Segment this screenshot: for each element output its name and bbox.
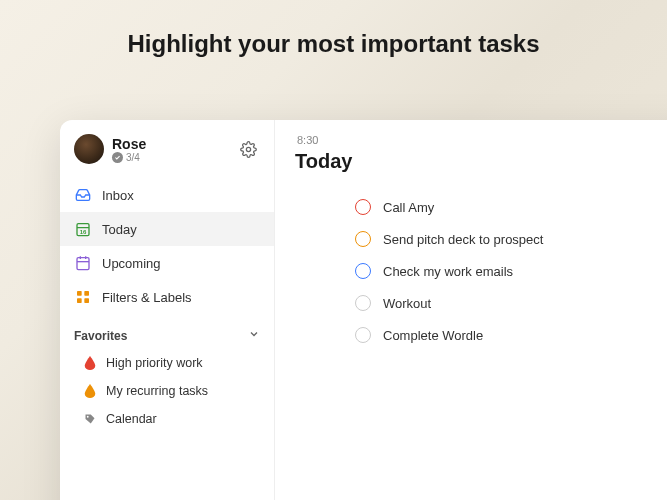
task-label: Send pitch deck to prospect	[383, 232, 543, 247]
drop-icon	[84, 384, 96, 398]
today-icon: 16	[74, 220, 92, 238]
nav-inbox-label: Inbox	[102, 188, 134, 203]
nav-today-label: Today	[102, 222, 137, 237]
favorites-list: High priority work My recurring tasks Ca…	[60, 349, 274, 433]
task-item[interactable]: Send pitch deck to prospect	[355, 223, 667, 255]
svg-rect-4	[77, 258, 89, 270]
svg-text:16: 16	[80, 229, 87, 235]
task-checkbox[interactable]	[355, 231, 371, 247]
favorite-label: High priority work	[106, 356, 203, 370]
user-stats: 3/4	[112, 152, 146, 163]
task-checkbox[interactable]	[355, 263, 371, 279]
settings-button[interactable]	[236, 137, 260, 161]
task-checkbox[interactable]	[355, 327, 371, 343]
svg-rect-10	[77, 298, 82, 303]
tag-icon	[84, 412, 96, 426]
nav-inbox[interactable]: Inbox	[60, 178, 274, 212]
chevron-down-icon	[248, 328, 260, 343]
favorite-item[interactable]: Calendar	[60, 405, 274, 433]
app-window: Rose 3/4 Inbox	[60, 120, 667, 500]
upcoming-icon	[74, 254, 92, 272]
task-item[interactable]: Call Amy	[355, 191, 667, 223]
favorite-label: Calendar	[106, 412, 157, 426]
task-checkbox[interactable]	[355, 295, 371, 311]
main-content: 8:30 Today Call Amy Send pitch deck to p…	[275, 120, 667, 500]
task-checkbox[interactable]	[355, 199, 371, 215]
hero-title: Highlight your most important tasks	[0, 30, 667, 58]
main-title: Today	[295, 150, 667, 173]
favorite-label: My recurring tasks	[106, 384, 208, 398]
svg-rect-11	[84, 298, 89, 303]
user-stats-text: 3/4	[126, 152, 140, 163]
nav-filters-label: Filters & Labels	[102, 290, 192, 305]
task-label: Workout	[383, 296, 431, 311]
avatar	[74, 134, 104, 164]
sidebar: Rose 3/4 Inbox	[60, 120, 275, 500]
task-list: Call Amy Send pitch deck to prospect Che…	[295, 191, 667, 351]
task-item[interactable]: Complete Wordle	[355, 319, 667, 351]
nav-today[interactable]: 16 Today	[60, 212, 274, 246]
task-label: Complete Wordle	[383, 328, 483, 343]
drop-icon	[84, 356, 96, 370]
task-label: Call Amy	[383, 200, 434, 215]
time-label: 8:30	[297, 134, 667, 146]
svg-point-0	[246, 147, 250, 151]
task-item[interactable]: Check my work emails	[355, 255, 667, 287]
favorite-item[interactable]: High priority work	[60, 349, 274, 377]
favorites-header[interactable]: Favorites	[60, 318, 274, 349]
svg-rect-9	[84, 291, 89, 296]
nav-upcoming[interactable]: Upcoming	[60, 246, 274, 280]
inbox-icon	[74, 186, 92, 204]
svg-point-12	[87, 416, 89, 418]
svg-rect-8	[77, 291, 82, 296]
task-item[interactable]: Workout	[355, 287, 667, 319]
filters-icon	[74, 288, 92, 306]
nav-list: Inbox 16 Today Upcoming Filters & Labels	[60, 174, 274, 318]
favorite-item[interactable]: My recurring tasks	[60, 377, 274, 405]
user-row[interactable]: Rose 3/4	[60, 120, 274, 174]
check-badge-icon	[112, 152, 123, 163]
nav-upcoming-label: Upcoming	[102, 256, 161, 271]
favorites-header-label: Favorites	[74, 329, 127, 343]
task-label: Check my work emails	[383, 264, 513, 279]
nav-filters[interactable]: Filters & Labels	[60, 280, 274, 314]
user-name: Rose	[112, 136, 146, 152]
